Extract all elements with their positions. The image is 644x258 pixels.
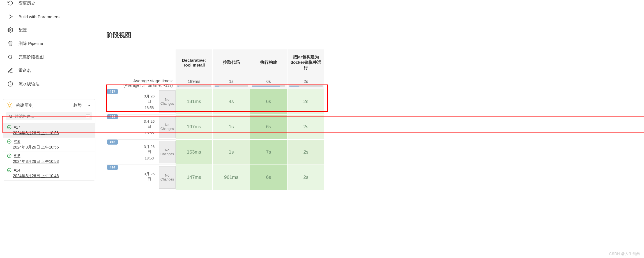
stage-cell[interactable]: 6s	[250, 89, 288, 114]
divider	[9, 131, 9, 135]
stage-cell[interactable]: 2s	[288, 165, 325, 190]
success-icon	[7, 154, 12, 158]
configure-icon	[7, 27, 13, 33]
stage-cell[interactable]: 7s	[250, 139, 288, 165]
svg-line-16	[11, 117, 12, 118]
run-header[interactable]: #15 3月 26日18:53 NoChanges	[107, 139, 176, 165]
fullstage-icon	[7, 54, 13, 60]
svg-point-19	[7, 154, 11, 157]
sidebar-item-label: 完整阶段视图	[19, 54, 44, 60]
sidebar-item-label: 配置	[19, 28, 27, 33]
run-header[interactable]: #16 3月 26日18:55 NoChanges	[107, 114, 176, 139]
history-title: 构建历史	[16, 103, 33, 108]
build-history-item[interactable]: #17 2024年3月26日 上午10:58	[3, 123, 95, 137]
build-number[interactable]: #14	[14, 168, 20, 172]
sidebar-item-label: 变更历史	[19, 1, 35, 6]
svg-line-14	[11, 103, 12, 104]
svg-line-13	[8, 107, 8, 107]
stage-cell[interactable]: 2s	[288, 89, 325, 114]
build-date[interactable]: 2024年3月26日 上午10:55	[13, 145, 59, 150]
build-history-item[interactable]: #16 2024年3月26日 上午10:55	[3, 137, 95, 152]
sidebar-item-label: 重命名	[19, 68, 31, 73]
avg-cell: 6s	[250, 76, 288, 89]
search-icon	[8, 114, 13, 118]
history-filter[interactable]: /	[6, 112, 92, 120]
sidebar: 变更历史Build with Parameters配置删除 Pipeline完整…	[0, 0, 98, 258]
svg-point-17	[7, 125, 11, 129]
stage-table: Declarative: Tool Install拉取代码执行构建把jar包构建…	[107, 49, 325, 190]
svg-line-10	[11, 107, 12, 107]
stage-cell[interactable]: 197ms	[176, 114, 213, 139]
stage-cell[interactable]: 1s	[213, 139, 250, 165]
sidebar-item-fullstage[interactable]: 完整阶段视图	[3, 50, 95, 64]
run-badge[interactable]: #15	[107, 140, 118, 145]
stage-cell[interactable]: 2s	[288, 139, 325, 165]
avg-cell: 189ms	[176, 76, 213, 89]
avg-label: Average stage times: (Average full run t…	[107, 76, 176, 89]
run-badge[interactable]: #17	[107, 89, 118, 94]
history-filter-input[interactable]	[15, 114, 84, 118]
svg-marker-0	[9, 15, 12, 18]
sidebar-item-configure[interactable]: 配置	[3, 23, 95, 37]
build-number[interactable]: #17	[14, 125, 20, 129]
stage-view-title: 阶段视图	[107, 31, 644, 39]
run-changes: NoChanges	[159, 90, 176, 113]
svg-point-4	[8, 82, 13, 86]
delete-icon	[7, 40, 13, 47]
slash-key-hint: /	[86, 114, 90, 118]
svg-point-15	[9, 115, 12, 117]
build-history-item[interactable]: #15 2024年3月26日 上午10:53	[3, 152, 95, 166]
stage-cell[interactable]: 131ms	[176, 89, 213, 114]
success-icon	[7, 125, 12, 129]
build-date[interactable]: 2024年3月26日 上午10:58	[13, 131, 59, 136]
svg-line-3	[12, 58, 13, 59]
stage-cell[interactable]: 153ms	[176, 139, 213, 165]
divider	[9, 145, 9, 149]
chevron-down-icon[interactable]	[87, 103, 92, 108]
build-history-item[interactable]: #14 2024年3月26日 上午10:46	[3, 166, 95, 180]
svg-point-1	[10, 29, 11, 31]
run-datetime: 3月 26日18:58	[141, 89, 158, 114]
stage-cell[interactable]: 4s	[213, 89, 250, 114]
run-header[interactable]: #14 3月 26日 NoChanges	[107, 165, 176, 190]
stage-cell[interactable]: 2s	[288, 114, 325, 139]
sidebar-item-label: 删除 Pipeline	[19, 41, 43, 46]
build-history-card: 构建历史 趋势 / #17 2024年3月26日 上午10:58	[3, 99, 95, 181]
sidebar-item-changes[interactable]: 变更历史	[3, 0, 95, 10]
watermark: CSDN @人生匆匆	[609, 251, 640, 256]
run-badge[interactable]: #14	[107, 165, 118, 170]
stage-cell[interactable]: 1s	[213, 114, 250, 139]
svg-point-20	[7, 168, 11, 172]
run-changes: NoChanges	[159, 116, 176, 138]
stage-cell[interactable]: 6s	[250, 114, 288, 139]
sidebar-item-delete[interactable]: 删除 Pipeline	[3, 37, 95, 50]
build-number[interactable]: #16	[14, 139, 20, 144]
sidebar-item-label: 流水线语法	[19, 81, 40, 87]
trend-link[interactable]: 趋势	[73, 103, 82, 108]
svg-point-6	[8, 104, 11, 106]
stage-cell[interactable]: 961ms	[213, 165, 250, 190]
sidebar-item-rename[interactable]: 重命名	[3, 64, 95, 77]
stage-cell[interactable]: 6s	[250, 165, 288, 190]
stage-cell[interactable]: 147ms	[176, 165, 213, 190]
weather-icon	[6, 102, 13, 108]
sidebar-item-syntax[interactable]: 流水线语法	[3, 77, 95, 91]
build-date[interactable]: 2024年3月26日 上午10:46	[13, 173, 59, 179]
build-date[interactable]: 2024年3月26日 上午10:53	[13, 159, 59, 164]
divider	[9, 160, 9, 164]
run-changes: NoChanges	[159, 166, 176, 189]
svg-line-9	[8, 103, 8, 104]
build-icon	[7, 13, 13, 20]
run-header[interactable]: #17 3月 26日18:58 NoChanges	[107, 89, 176, 114]
svg-point-2	[8, 55, 12, 58]
svg-point-18	[7, 140, 11, 143]
avg-cell: 2s	[288, 76, 325, 89]
run-badge[interactable]: #16	[107, 114, 118, 119]
stage-header: Declarative: Tool Install	[176, 49, 213, 76]
syntax-icon	[7, 81, 13, 87]
sidebar-item-label: Build with Parameters	[19, 14, 59, 19]
sidebar-item-build[interactable]: Build with Parameters	[3, 10, 95, 23]
stage-header: 把jar包构建为docker镜像并运行	[288, 49, 325, 76]
rename-icon	[7, 67, 13, 74]
build-number[interactable]: #15	[14, 154, 20, 158]
